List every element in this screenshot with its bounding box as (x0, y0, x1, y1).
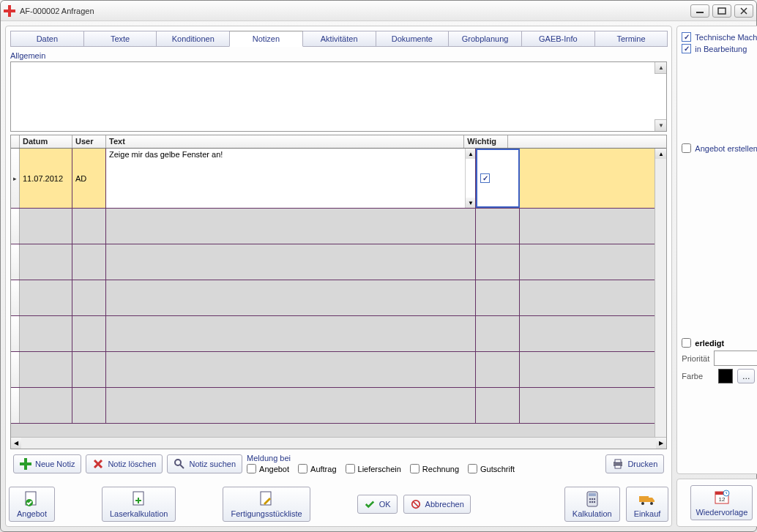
truck-icon (638, 490, 656, 508)
scroll-up-icon[interactable]: ▲ (655, 149, 666, 159)
header-wichtig[interactable]: Wichtig (464, 135, 508, 148)
svg-point-2 (175, 460, 181, 465)
window-controls (690, 4, 753, 18)
btn-label: Angebot (17, 509, 47, 518)
empty-row (11, 316, 666, 352)
tab-texte[interactable]: Texte (83, 31, 157, 47)
scroll-left-icon[interactable]: ◀ (11, 438, 21, 449)
checkbox-checked-icon[interactable]: ✓ (682, 32, 691, 42)
chk-angebot[interactable]: Angebot (247, 464, 289, 473)
btn-label: Notiz suchen (189, 460, 236, 468)
chk-in-bearbeitung[interactable]: ✓ in Bearbeitung (682, 44, 757, 53)
svg-point-13 (589, 498, 591, 500)
close-button[interactable] (734, 4, 753, 18)
kalkulation-button[interactable]: Kalkulation (564, 487, 620, 522)
row-indicator: ▸ (11, 149, 20, 208)
checkbox[interactable] (346, 464, 355, 473)
checkbox[interactable] (298, 464, 307, 473)
svg-point-21 (650, 502, 653, 505)
wiedervorlage-button[interactable]: 12 Wiedervorlage (690, 485, 753, 520)
scroll-down-icon[interactable]: ▼ (655, 119, 666, 131)
svg-rect-1 (718, 8, 726, 14)
header-text[interactable]: Text (106, 135, 464, 148)
angebot-button[interactable]: Angebot (9, 487, 55, 522)
chk-lieferschein[interactable]: Lieferschein (346, 464, 401, 473)
checkbox[interactable] (468, 464, 477, 473)
side-top: ✓ Technische Machbarkeit ✓ in Bearbeitun… (676, 26, 757, 474)
print-button[interactable]: Drucken (605, 454, 664, 473)
meldung-group: Meldung bei Angebot Auftrag Lieferschein… (247, 454, 601, 473)
tab-grobplanung[interactable]: Grobplanung (448, 31, 522, 47)
chk-erledigt[interactable]: erledigt (682, 338, 757, 348)
farbe-row: Farbe … (682, 369, 757, 383)
btn-label: OK (379, 500, 391, 509)
tab-gaeb-info[interactable]: GAEB-Info (521, 31, 595, 47)
scroll-down-icon[interactable]: ▼ (466, 198, 475, 208)
cell-datum[interactable]: 11.07.2012 (20, 149, 72, 208)
chk-technische-machbarkeit[interactable]: ✓ Technische Machbarkeit (682, 32, 757, 42)
header-datum[interactable]: Datum (20, 135, 72, 148)
empty-row (11, 352, 666, 388)
checkbox[interactable] (247, 464, 256, 473)
minimize-button[interactable] (690, 4, 709, 18)
svg-text:12: 12 (718, 496, 725, 503)
fertigungsstueckliste-button[interactable]: Fertigungsstückliste (223, 487, 310, 522)
allgemein-textarea[interactable]: ▲ ▼ (10, 61, 667, 132)
checkbox[interactable] (682, 338, 691, 348)
empty-row (11, 280, 666, 316)
farbe-label: Farbe (682, 372, 714, 381)
cancel-button[interactable]: Abbrechen (403, 495, 471, 514)
chk-angebot-erstellen[interactable]: Angebot erstellen (682, 143, 757, 153)
notes-grid: Datum User Text Wichtig ▸ 11.07.2012 AD … (10, 135, 667, 449)
btn-label: Kalkulation (573, 509, 612, 518)
cell-text[interactable]: Zeige mir das gelbe Fenster an! ▲▼ (106, 149, 476, 208)
color-picker-button[interactable]: … (737, 369, 755, 383)
header-rest (508, 135, 655, 148)
laserkalkulation-button[interactable]: Laserkalkulation (102, 487, 176, 522)
scroll-right-icon[interactable]: ▶ (656, 438, 666, 449)
btn-label: Neue Notiz (35, 460, 75, 468)
delete-note-button[interactable]: Notiz löschen (86, 454, 163, 473)
grid-vscroll[interactable]: ▲ (655, 149, 666, 437)
calculator-icon (583, 490, 601, 508)
svg-point-18 (594, 501, 595, 503)
btn-label: Wiedervorlage (696, 508, 747, 517)
svg-point-20 (641, 502, 644, 505)
tab-aktivitaeten[interactable]: Aktivitäten (302, 31, 376, 47)
checkbox[interactable] (410, 464, 419, 473)
svg-rect-4 (615, 460, 621, 462)
grid-hscroll[interactable]: ◀ ▶ (11, 437, 666, 449)
checkbox-checked-icon[interactable]: ✓ (682, 44, 691, 53)
wichtig-checkbox[interactable]: ✓ (480, 173, 490, 183)
chk-gutschrift[interactable]: Gutschrift (468, 464, 515, 473)
chk-rechnung[interactable]: Rechnung (410, 464, 459, 473)
cell-text-scroll[interactable]: ▲▼ (465, 149, 475, 208)
tab-content: Allgemein ▲ ▼ Datum User Text Wichtig (6, 47, 671, 482)
tab-dokumente[interactable]: Dokumente (376, 31, 450, 47)
cell-user[interactable]: AD (72, 149, 106, 208)
prioritaet-label: Priorität (682, 354, 709, 363)
prioritaet-input[interactable] (714, 351, 757, 366)
search-note-button[interactable]: Notiz suchen (167, 454, 242, 473)
app-window: AF-000002 Anfragen Daten Texte Kondition… (0, 0, 757, 532)
meldung-label: Meldung bei (247, 454, 601, 462)
ok-button[interactable]: OK (357, 495, 398, 514)
table-row[interactable]: ▸ 11.07.2012 AD Zeige mir das gelbe Fens… (11, 149, 666, 209)
tab-notizen[interactable]: Notizen (229, 31, 303, 47)
document-plus-icon (130, 490, 148, 508)
notes-toolbar: Neue Notiz Notiz löschen Notiz suchen (10, 449, 667, 478)
header-user[interactable]: User (72, 135, 106, 148)
maximize-button[interactable] (712, 4, 731, 18)
cell-wichtig[interactable]: ✓ (476, 149, 520, 208)
color-swatch[interactable] (718, 369, 733, 383)
tab-konditionen[interactable]: Konditionen (156, 31, 230, 47)
btn-label: Einkauf (634, 509, 661, 518)
checkbox[interactable] (682, 143, 691, 153)
scroll-up-icon[interactable]: ▲ (655, 62, 666, 74)
tab-termine[interactable]: Termine (594, 31, 668, 47)
new-note-button[interactable]: Neue Notiz (13, 454, 81, 473)
chk-auftrag[interactable]: Auftrag (298, 464, 336, 473)
scroll-up-icon[interactable]: ▲ (466, 149, 475, 159)
tab-daten[interactable]: Daten (10, 31, 84, 47)
einkauf-button[interactable]: Einkauf (626, 487, 669, 522)
